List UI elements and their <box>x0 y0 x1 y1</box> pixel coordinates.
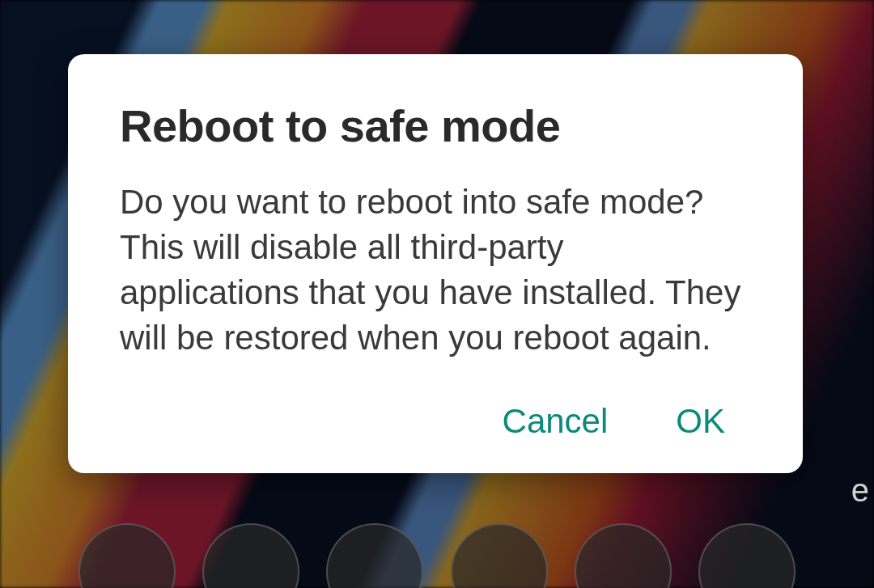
app-icon <box>451 523 548 588</box>
background-text-fragment: e <box>851 472 869 509</box>
app-dock <box>0 523 874 588</box>
app-icon <box>78 523 176 588</box>
app-icon <box>326 523 423 588</box>
app-icon <box>698 523 796 588</box>
cancel-button[interactable]: Cancel <box>496 399 615 444</box>
dialog-message: Do you want to reboot into safe mode? Th… <box>120 180 751 360</box>
app-icon <box>202 523 299 588</box>
ok-button[interactable]: OK <box>669 399 732 444</box>
dialog-actions: Cancel OK <box>120 399 751 444</box>
dialog-title: Reboot to safe mode <box>120 99 751 152</box>
safe-mode-dialog: Reboot to safe mode Do you want to reboo… <box>68 54 803 473</box>
app-icon <box>575 523 672 588</box>
